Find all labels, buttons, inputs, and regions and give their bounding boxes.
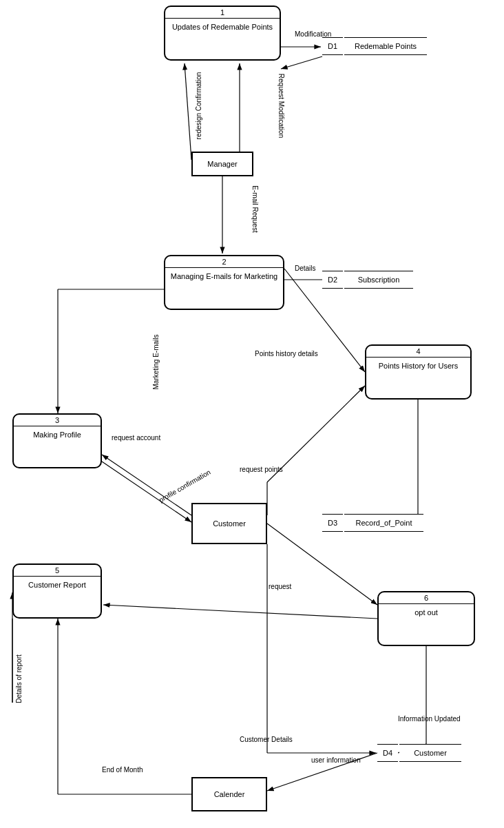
entity-customer: Customer — [191, 503, 267, 544]
label-redesign-confirmation: redesign Confirmation — [195, 72, 202, 140]
datastore-d1-label: D1 — [328, 42, 337, 50]
label-end-of-month: End of Month — [102, 766, 143, 774]
process-5-number: 5 — [14, 565, 101, 577]
datastore-d4-sublabel: Customer — [414, 749, 447, 757]
label-request-points: request points — [240, 466, 283, 473]
label-request-modification: Request Modification — [277, 74, 285, 138]
process-6-number: 6 — [379, 592, 474, 604]
label-points-history: Points history details — [255, 350, 318, 358]
process-2-label: Managing E-mails for Marketing — [165, 268, 283, 284]
datastore-d3-text: Record_of_Point — [344, 514, 423, 532]
process-1-label: Updates of Redemable Points — [165, 19, 280, 35]
datastore-d3-label: D3 — [328, 519, 337, 527]
datastore-d3-id: D3 — [322, 514, 343, 532]
entity-calender: Calender — [191, 777, 267, 811]
label-request-account: request account — [112, 434, 160, 442]
entity-calender-label: Calender — [214, 790, 245, 798]
process-5: 5 Customer Report — [12, 563, 102, 619]
label-details: Details — [295, 265, 316, 272]
datastore-d4-text: Customer — [399, 744, 461, 762]
datastore-d2-label: D2 — [328, 276, 337, 284]
datastore-d3-sublabel: Record_of_Point — [356, 519, 412, 527]
datastore-d4-id: D4 — [377, 744, 398, 762]
datastore-d1-sublabel: Redemable Points — [355, 42, 417, 50]
entity-customer-label: Customer — [213, 519, 246, 528]
process-1-number: 1 — [165, 7, 280, 19]
svg-line-18 — [267, 524, 377, 605]
datastore-d2-sublabel: Subscription — [358, 276, 400, 284]
process-4-number: 4 — [366, 346, 470, 358]
label-modification: Modification — [295, 30, 331, 38]
process-4: 4 Points History for Users — [365, 344, 472, 400]
process-3-number: 3 — [14, 415, 101, 426]
diagram-container: 1 Updates of Redemable Points 2 Managing… — [0, 0, 504, 828]
process-3-label: Making Profile — [14, 426, 101, 443]
process-2: 2 Managing E-mails for Marketing — [164, 255, 284, 310]
svg-line-3 — [281, 56, 322, 69]
label-user-information: user information — [311, 756, 361, 764]
svg-line-5 — [185, 63, 191, 160]
label-customer-details: Customer Details — [240, 736, 293, 743]
datastore-d4-label: D4 — [383, 749, 392, 757]
label-email-request: E-mail Request — [251, 185, 259, 232]
label-details-of-report: Details of report — [15, 654, 23, 703]
datastore-d2-id: D2 — [322, 271, 343, 289]
label-profile-confirmation: profile confirmation — [158, 468, 212, 504]
process-4-label: Points History for Users — [366, 358, 470, 374]
process-6: 6 opt out — [377, 591, 475, 646]
process-6-label: opt out — [379, 604, 474, 621]
datastore-d1-text: Redemable Points — [344, 37, 427, 55]
datastore-d2-text: Subscription — [344, 271, 413, 289]
process-5-label: Customer Report — [14, 577, 101, 593]
label-info-updated: Information Updated — [398, 715, 461, 723]
process-2-number: 2 — [165, 256, 283, 268]
svg-line-19 — [103, 605, 377, 619]
datastore-d1-id: D1 — [322, 37, 343, 55]
label-request: request — [269, 583, 291, 590]
entity-manager-label: Manager — [207, 160, 237, 168]
entity-manager: Manager — [191, 152, 253, 176]
process-1: 1 Updates of Redemable Points — [164, 6, 281, 61]
label-marketing-emails: Marketing E-mails — [152, 334, 160, 389]
process-3: 3 Making Profile — [12, 413, 102, 468]
